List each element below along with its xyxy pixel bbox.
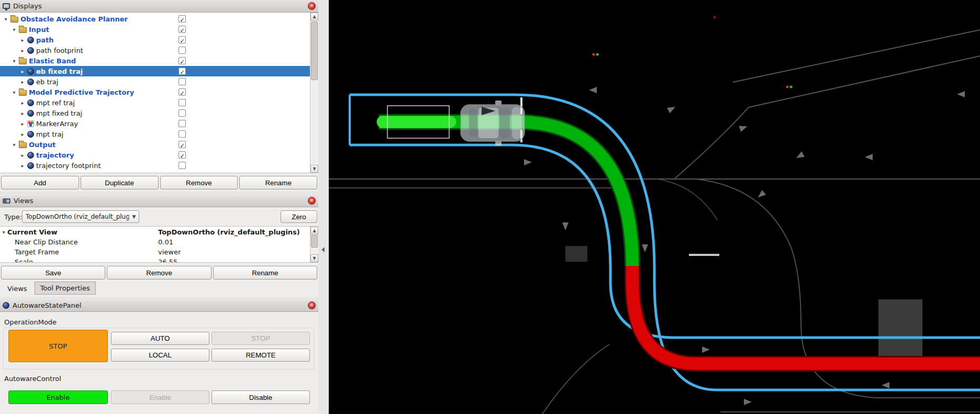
tree-row-mpt-traj[interactable]: ▸mpt traj	[0, 129, 310, 139]
rear-window	[469, 109, 477, 137]
visibility-checkbox[interactable]	[179, 78, 186, 85]
auto-mode-button[interactable]: AUTO	[111, 332, 209, 345]
property-value[interactable]: TopDownOrtho (rviz_default_plugins)	[158, 228, 300, 236]
scroll-down-icon[interactable]: ▼	[310, 165, 318, 173]
control-state-enable-button[interactable]: Enable	[8, 390, 108, 404]
chevron-right-icon[interactable]: ▸	[19, 37, 26, 43]
tree-row-trajectory-footprint[interactable]: ▸trajectory footprint	[0, 160, 310, 171]
chevron-right-icon[interactable]: ▸	[19, 69, 26, 74]
road-marking-box	[565, 246, 587, 262]
tree-item-label: Input	[29, 26, 49, 33]
displays-rename-button[interactable]: Rename	[239, 176, 317, 189]
tree-row-output[interactable]: ▾Output	[0, 139, 310, 150]
autoware-titlebar[interactable]: AutowareStatePanel ✕	[0, 299, 318, 312]
chevron-down-icon[interactable]: ▾	[2, 16, 9, 22]
scrollbar-thumb[interactable]	[311, 21, 318, 80]
tree-row-path[interactable]: ▸path	[0, 35, 310, 45]
displays-duplicate-button[interactable]: Duplicate	[81, 176, 159, 189]
chevron-down-icon[interactable]: ▾	[10, 58, 18, 64]
visibility-checkbox[interactable]	[179, 15, 186, 23]
property-row-near-clip-distance[interactable]: Near Clip Distance0.01	[0, 237, 310, 247]
views-remove-button[interactable]: Remove	[107, 266, 211, 279]
visibility-checkbox[interactable]	[179, 109, 186, 117]
visibility-checkbox[interactable]	[179, 57, 186, 64]
property-name: Near Clip Distance	[7, 238, 78, 246]
tree-row-input[interactable]: ▾Input	[0, 24, 310, 35]
tree-row-path-footprint[interactable]: ▸path footprint	[0, 45, 310, 55]
scrollbar-thumb[interactable]	[311, 235, 318, 248]
zero-button[interactable]: Zero	[281, 210, 317, 223]
property-row-current-view[interactable]: ▾Current ViewTopDownOrtho (rviz_default_…	[0, 227, 310, 237]
visibility-checkbox[interactable]	[179, 151, 186, 159]
disable-control-button[interactable]: Disable	[211, 390, 310, 404]
property-row-scale[interactable]: Scale26.55	[0, 257, 310, 263]
property-value[interactable]: viewer	[158, 248, 181, 256]
tree-row-trajectory[interactable]: ▸trajectory	[0, 150, 310, 160]
chevron-right-icon[interactable]: ▸	[19, 100, 26, 106]
property-value[interactable]: 0.01	[158, 238, 173, 246]
displays-add-button[interactable]: Add	[1, 176, 79, 189]
visibility-checkbox[interactable]	[179, 68, 186, 75]
tree-row-elastic-band[interactable]: ▾Elastic Band	[0, 55, 310, 66]
local-mode-button[interactable]: LOCAL	[111, 349, 209, 362]
tree-row-mpt-fixed-traj[interactable]: ▸mpt fixed traj	[0, 108, 310, 118]
property-value[interactable]: 26.55	[158, 258, 177, 263]
chevron-right-icon[interactable]: ▸	[19, 152, 26, 158]
tab-tool-properties[interactable]: Tool Properties	[35, 282, 96, 295]
close-icon[interactable]: ✕	[308, 197, 316, 205]
rviz-3d-view[interactable]	[329, 0, 980, 414]
folder-icon	[19, 142, 27, 148]
marker-array-icon	[27, 120, 34, 127]
views-save-button[interactable]: Save	[1, 266, 105, 279]
tree-item-label: trajectory footprint	[36, 162, 101, 170]
tree-row-model-predictive-trajectory[interactable]: ▾Model Predictive Trajectory	[0, 87, 310, 97]
visibility-checkbox[interactable]	[179, 88, 186, 96]
views-table-scrollbar[interactable]: ▲ ▼	[310, 227, 318, 262]
enable-control-button: Enable	[111, 390, 209, 404]
chevron-down-icon[interactable]: ▾	[10, 142, 18, 148]
chevron-down-icon[interactable]: ▾	[10, 27, 18, 32]
chevron-right-icon[interactable]: ▸	[19, 79, 26, 85]
panel-collapse-icon[interactable]	[321, 247, 325, 252]
chevron-down-icon[interactable]: ▾	[10, 89, 18, 95]
chevron-right-icon[interactable]: ▸	[19, 121, 26, 127]
visibility-checkbox[interactable]	[179, 162, 186, 169]
tree-row-mpt-ref-traj[interactable]: ▸mpt ref traj	[0, 97, 310, 108]
visibility-checkbox[interactable]	[179, 99, 186, 106]
tree-row-obstacle-avoidance-planner[interactable]: ▾Obstacle Avoidance Planner	[0, 14, 310, 24]
scroll-down-icon[interactable]: ▼	[310, 254, 318, 262]
close-icon[interactable]: ✕	[308, 2, 316, 10]
folder-icon	[19, 90, 27, 96]
chevron-right-icon[interactable]: ▸	[19, 110, 26, 116]
operation-mode-state-stop-button[interactable]: STOP	[8, 330, 108, 362]
close-icon[interactable]: ✕	[308, 301, 316, 309]
displays-remove-button[interactable]: Remove	[160, 176, 238, 189]
tree-row-eb-fixed-traj[interactable]: ▸eb fixed traj	[0, 66, 310, 76]
scroll-up-icon[interactable]: ▲	[310, 13, 318, 20]
property-row-target-frame[interactable]: Target Frameviewer	[0, 247, 310, 257]
views-rename-button[interactable]: Rename	[213, 266, 317, 279]
display-icon	[27, 152, 34, 159]
chevron-right-icon[interactable]: ▸	[19, 48, 26, 53]
visibility-checkbox[interactable]	[179, 26, 186, 33]
vehicle-hood	[512, 107, 521, 139]
visibility-checkbox[interactable]	[179, 141, 186, 148]
tree-row-eb-traj[interactable]: ▸eb traj	[0, 76, 310, 87]
views-titlebar[interactable]: Views ✕	[0, 195, 318, 207]
tree-row-markerarray[interactable]: ▸MarkerArray	[0, 118, 310, 129]
visibility-checkbox[interactable]	[179, 47, 186, 54]
chevron-right-icon[interactable]: ▸	[19, 163, 26, 169]
scroll-up-icon[interactable]: ▲	[310, 227, 318, 234]
tab-views[interactable]: Views	[2, 283, 32, 295]
displays-tree-scrollbar[interactable]: ▲ ▼	[310, 13, 318, 173]
remote-mode-button[interactable]: REMOTE	[211, 349, 310, 362]
visibility-checkbox[interactable]	[179, 130, 186, 138]
tree-item-label: eb traj	[36, 78, 58, 86]
visibility-checkbox[interactable]	[179, 36, 186, 43]
chevron-right-icon[interactable]: ▸	[19, 131, 26, 137]
autoware-state-panel: AutowareStatePanel ✕ OperationMode STOP …	[0, 299, 318, 414]
displays-titlebar[interactable]: Displays ✕	[0, 0, 318, 13]
view-type-select[interactable]: TopDownOrtho (rviz_default_plugins) ▼	[22, 210, 139, 223]
visibility-checkbox[interactable]	[179, 120, 186, 127]
tree-item-label: Output	[29, 141, 55, 149]
